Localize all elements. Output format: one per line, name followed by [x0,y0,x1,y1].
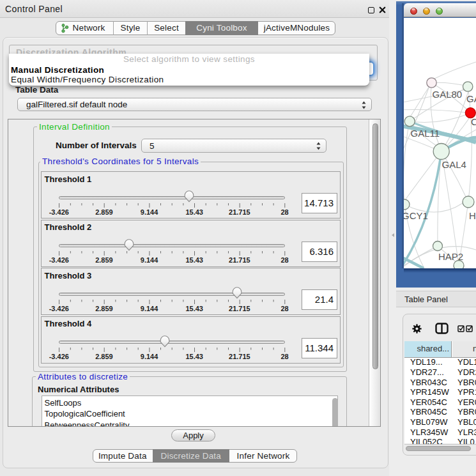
svg-text:GAL4: GAL4 [442,159,466,170]
svg-text:C: C [471,116,476,127]
svg-text:HAP2: HAP2 [438,251,463,262]
svg-text:GAL11: GAL11 [411,128,440,139]
svg-text:HI: HI [469,210,476,221]
svg-text:GCY1: GCY1 [404,210,428,221]
svg-text:GA: GA [466,93,476,104]
svg-text:GAL80: GAL80 [433,89,463,100]
